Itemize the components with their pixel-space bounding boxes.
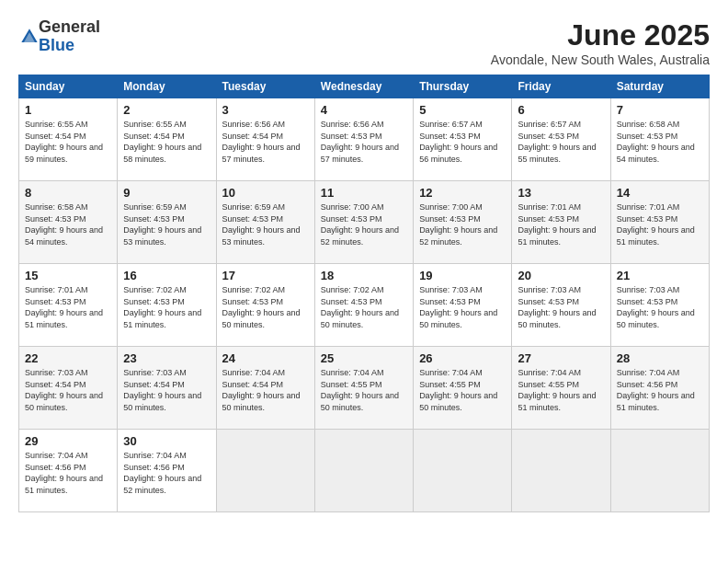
calendar-cell	[414, 430, 512, 512]
calendar-week-3: 15 Sunrise: 7:01 AM Sunset: 4:53 PM Dayl…	[19, 264, 710, 347]
day-number: 18	[321, 269, 407, 282]
calendar-cell: 28 Sunrise: 7:04 AM Sunset: 4:56 PM Dayl…	[610, 347, 709, 430]
day-number: 29	[25, 434, 111, 448]
day-info: Sunrise: 7:03 AM Sunset: 4:53 PM Dayligh…	[419, 284, 506, 330]
day-number: 28	[617, 351, 703, 365]
calendar-table: SundayMondayTuesdayWednesdayThursdayFrid…	[18, 75, 710, 512]
day-info: Sunrise: 6:56 AM Sunset: 4:54 PM Dayligh…	[222, 119, 309, 165]
day-info: Sunrise: 7:04 AM Sunset: 4:55 PM Dayligh…	[419, 367, 506, 413]
day-number: 1	[25, 103, 111, 117]
calendar-cell: 22 Sunrise: 7:03 AM Sunset: 4:54 PM Dayl…	[19, 347, 118, 430]
day-info: Sunrise: 6:59 AM Sunset: 4:53 PM Dayligh…	[123, 201, 210, 247]
day-number: 16	[123, 269, 210, 282]
day-info: Sunrise: 6:59 AM Sunset: 4:53 PM Dayligh…	[222, 201, 309, 247]
calendar-cell: 26 Sunrise: 7:04 AM Sunset: 4:55 PM Dayl…	[414, 347, 512, 430]
column-header-monday: Monday	[118, 75, 216, 98]
day-info: Sunrise: 6:55 AM Sunset: 4:54 PM Dayligh…	[25, 119, 111, 165]
calendar-cell	[216, 430, 314, 512]
calendar-cell: 16 Sunrise: 7:02 AM Sunset: 4:53 PM Dayl…	[118, 264, 216, 347]
calendar-header: SundayMondayTuesdayWednesdayThursdayFrid…	[19, 75, 710, 98]
calendar-cell	[314, 430, 413, 512]
calendar-week-5: 29 Sunrise: 7:04 AM Sunset: 4:56 PM Dayl…	[19, 430, 710, 512]
calendar-cell: 20 Sunrise: 7:03 AM Sunset: 4:53 PM Dayl…	[512, 264, 610, 347]
day-number: 3	[222, 103, 309, 117]
day-number: 4	[321, 103, 407, 117]
day-number: 26	[419, 351, 506, 365]
day-info: Sunrise: 7:02 AM Sunset: 4:53 PM Dayligh…	[222, 284, 309, 330]
day-number: 22	[25, 351, 111, 365]
day-info: Sunrise: 7:03 AM Sunset: 4:54 PM Dayligh…	[25, 367, 111, 413]
day-number: 21	[617, 269, 703, 282]
calendar-cell: 1 Sunrise: 6:55 AM Sunset: 4:54 PM Dayli…	[19, 98, 118, 181]
calendar-cell: 14 Sunrise: 7:01 AM Sunset: 4:53 PM Dayl…	[610, 181, 709, 264]
day-number: 20	[518, 269, 604, 282]
calendar-cell: 9 Sunrise: 6:59 AM Sunset: 4:53 PM Dayli…	[118, 181, 216, 264]
column-header-friday: Friday	[512, 75, 610, 98]
calendar-cell: 27 Sunrise: 7:04 AM Sunset: 4:55 PM Dayl…	[512, 347, 610, 430]
day-info: Sunrise: 6:57 AM Sunset: 4:53 PM Dayligh…	[419, 119, 506, 165]
logo: General Blue	[18, 18, 100, 55]
day-number: 15	[25, 269, 111, 282]
day-info: Sunrise: 6:58 AM Sunset: 4:53 PM Dayligh…	[617, 119, 703, 165]
calendar-cell	[512, 430, 610, 512]
calendar-week-4: 22 Sunrise: 7:03 AM Sunset: 4:54 PM Dayl…	[19, 347, 710, 430]
day-number: 9	[123, 186, 210, 200]
day-number: 23	[123, 351, 210, 365]
calendar-cell: 12 Sunrise: 7:00 AM Sunset: 4:53 PM Dayl…	[414, 181, 512, 264]
day-number: 2	[123, 103, 210, 117]
day-number: 19	[419, 269, 506, 282]
day-info: Sunrise: 7:04 AM Sunset: 4:56 PM Dayligh…	[123, 450, 210, 496]
day-info: Sunrise: 7:01 AM Sunset: 4:53 PM Dayligh…	[25, 284, 111, 330]
day-number: 8	[25, 186, 111, 200]
calendar-cell: 23 Sunrise: 7:03 AM Sunset: 4:54 PM Dayl…	[118, 347, 216, 430]
calendar-cell: 18 Sunrise: 7:02 AM Sunset: 4:53 PM Dayl…	[314, 264, 413, 347]
column-header-saturday: Saturday	[610, 75, 709, 98]
calendar-cell: 25 Sunrise: 7:04 AM Sunset: 4:55 PM Dayl…	[314, 347, 413, 430]
day-info: Sunrise: 7:01 AM Sunset: 4:53 PM Dayligh…	[617, 201, 703, 247]
calendar-cell: 21 Sunrise: 7:03 AM Sunset: 4:53 PM Dayl…	[610, 264, 709, 347]
day-info: Sunrise: 7:02 AM Sunset: 4:53 PM Dayligh…	[321, 284, 407, 330]
logo-blue: Blue	[39, 37, 100, 55]
calendar-cell: 11 Sunrise: 7:00 AM Sunset: 4:53 PM Dayl…	[314, 181, 413, 264]
day-number: 17	[222, 269, 309, 282]
calendar-cell: 24 Sunrise: 7:04 AM Sunset: 4:54 PM Dayl…	[216, 347, 314, 430]
day-info: Sunrise: 6:57 AM Sunset: 4:53 PM Dayligh…	[518, 119, 604, 165]
calendar-cell: 7 Sunrise: 6:58 AM Sunset: 4:53 PM Dayli…	[610, 98, 709, 181]
calendar-cell: 15 Sunrise: 7:01 AM Sunset: 4:53 PM Dayl…	[19, 264, 118, 347]
day-info: Sunrise: 7:00 AM Sunset: 4:53 PM Dayligh…	[321, 201, 407, 247]
day-info: Sunrise: 6:55 AM Sunset: 4:54 PM Dayligh…	[123, 119, 210, 165]
day-number: 14	[617, 186, 703, 200]
page-header: General Blue June 2025 Avondale, New Sou…	[18, 18, 710, 67]
column-header-thursday: Thursday	[414, 75, 512, 98]
day-info: Sunrise: 7:01 AM Sunset: 4:53 PM Dayligh…	[518, 201, 604, 247]
day-info: Sunrise: 7:03 AM Sunset: 4:54 PM Dayligh…	[123, 367, 210, 413]
calendar-week-2: 8 Sunrise: 6:58 AM Sunset: 4:53 PM Dayli…	[19, 181, 710, 264]
calendar-cell: 13 Sunrise: 7:01 AM Sunset: 4:53 PM Dayl…	[512, 181, 610, 264]
day-number: 12	[419, 186, 506, 200]
calendar-cell	[610, 430, 709, 512]
calendar-cell: 10 Sunrise: 6:59 AM Sunset: 4:53 PM Dayl…	[216, 181, 314, 264]
column-header-sunday: Sunday	[19, 75, 118, 98]
page-subtitle: Avondale, New South Wales, Australia	[491, 52, 710, 67]
logo-icon	[20, 28, 39, 46]
day-number: 7	[617, 103, 703, 117]
calendar-cell: 17 Sunrise: 7:02 AM Sunset: 4:53 PM Dayl…	[216, 264, 314, 347]
calendar-cell: 8 Sunrise: 6:58 AM Sunset: 4:53 PM Dayli…	[19, 181, 118, 264]
day-number: 30	[123, 434, 210, 448]
day-info: Sunrise: 7:04 AM Sunset: 4:55 PM Dayligh…	[518, 367, 604, 413]
calendar-cell: 30 Sunrise: 7:04 AM Sunset: 4:56 PM Dayl…	[118, 430, 216, 512]
calendar-cell: 2 Sunrise: 6:55 AM Sunset: 4:54 PM Dayli…	[118, 98, 216, 181]
calendar-cell: 4 Sunrise: 6:56 AM Sunset: 4:53 PM Dayli…	[314, 98, 413, 181]
calendar-cell: 29 Sunrise: 7:04 AM Sunset: 4:56 PM Dayl…	[19, 430, 118, 512]
day-number: 24	[222, 351, 309, 365]
day-number: 13	[518, 186, 604, 200]
day-info: Sunrise: 7:00 AM Sunset: 4:53 PM Dayligh…	[419, 201, 506, 247]
calendar-cell: 3 Sunrise: 6:56 AM Sunset: 4:54 PM Dayli…	[216, 98, 314, 181]
title-block: June 2025 Avondale, New South Wales, Aus…	[491, 18, 710, 67]
day-number: 10	[222, 186, 309, 200]
page-title: June 2025	[491, 18, 710, 52]
day-info: Sunrise: 7:03 AM Sunset: 4:53 PM Dayligh…	[518, 284, 604, 330]
logo-general: General	[39, 18, 100, 37]
calendar-cell: 19 Sunrise: 7:03 AM Sunset: 4:53 PM Dayl…	[414, 264, 512, 347]
calendar-cell: 6 Sunrise: 6:57 AM Sunset: 4:53 PM Dayli…	[512, 98, 610, 181]
